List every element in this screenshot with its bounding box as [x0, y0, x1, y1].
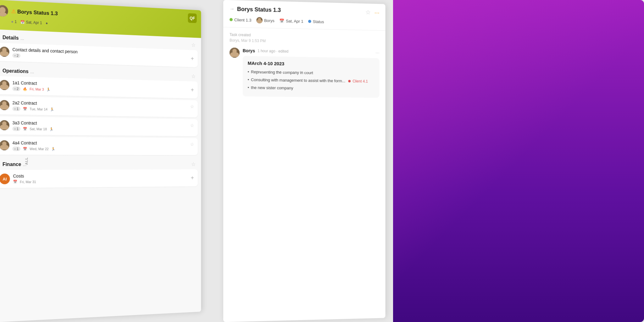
task-1a1-avatar: [0, 80, 9, 90]
client-label: Client 1.3: [234, 17, 252, 22]
task-2a2-content: 2a2 Contract 1 📅 Tue, Mar 14 🏃: [12, 100, 193, 114]
details-dots[interactable]: ...: [20, 36, 24, 41]
assignee-chip[interactable]: Borys: [256, 17, 274, 24]
detail-title: Borys Status 1.3: [237, 6, 281, 13]
client-dot: [230, 18, 233, 21]
finance-cal-icon: 📅: [13, 180, 17, 184]
activity-created-label: Task created: [230, 32, 380, 40]
warning-icon: ⚠: [11, 8, 16, 14]
comment-time: 1 hour ago · edited: [258, 49, 288, 54]
client-tag-dot: [348, 80, 351, 82]
all-button[interactable]: ALL: [25, 157, 28, 165]
detail-actions: ☆ ···: [365, 8, 379, 16]
task-3a3-avatar: [0, 120, 9, 130]
task-2a2-name: 2a2 Contract: [12, 100, 193, 108]
cal-icon-3: 📅: [23, 127, 27, 131]
scroll-area: ▼ Details ... ☆ Contact details and cont…: [0, 29, 201, 322]
bullet-text-1: Representing the company in court: [251, 69, 313, 76]
operations-arrow[interactable]: ▼: [0, 69, 1, 73]
task-1a1-date: Fri, Mar 3: [30, 87, 44, 91]
comment-author-row: Borys 1 hour ago · edited ···: [243, 48, 380, 56]
operations-title: Operations: [3, 68, 29, 74]
comment-bullet-1: • Representing the company in court: [248, 69, 375, 77]
contact-count: 2: [12, 53, 20, 58]
task-2a2-avatar: [0, 100, 9, 110]
task-3a3-date: Sat, Mar 18: [30, 127, 47, 131]
detail-header-top: → Borys Status 1.3 ☆ ···: [230, 5, 380, 16]
task-1a1-count: 2: [12, 86, 20, 91]
finance-costs-item[interactable]: AI Costs 📅 Fri, Mar 31 +: [0, 169, 198, 188]
comment-heading: MArch 4-10 2023: [248, 60, 375, 68]
meta-count: ● 1: [11, 19, 17, 24]
task-3a3-content: 3a3 Contract 1 📅 Sat, Mar 18 🏃: [12, 120, 193, 133]
fire-icon: 🔥: [23, 87, 27, 91]
task-4a4-count: 1: [12, 147, 20, 151]
task-4a4-meta: 1 📅 Wed, Mar 22 🏃: [12, 147, 193, 152]
task-4a4-date: Wed, Mar 22: [30, 147, 49, 151]
client-tag-text: Client 4.1: [353, 78, 368, 84]
decorative-panel: [393, 0, 644, 322]
meta-date: 📅 Sat, Apr 1: [20, 20, 42, 25]
task-3a3-count: 1: [12, 126, 20, 131]
task-list-panel: ⚠ Borys Status 1.3 ● 1 📅 Sat, Apr 1 ● QF: [0, 0, 201, 322]
date-label: Sat, Apr 1: [286, 19, 303, 24]
assignee-label: Borys: [264, 18, 275, 23]
date-chip[interactable]: 📅 Sat, Apr 1: [279, 18, 303, 24]
task-2a2-date: Tue, Mar 14: [30, 107, 47, 111]
cal-icon-2: 📅: [23, 107, 27, 111]
comment-author-name: Borys: [243, 48, 255, 53]
finance-arrow[interactable]: ▼: [0, 162, 1, 167]
detail-header: → Borys Status 1.3 ☆ ··· Client 1.3: [223, 0, 386, 31]
status-chip[interactable]: Status: [308, 19, 324, 24]
detail-title-row: → Borys Status 1.3: [230, 6, 281, 14]
bullet-text-3: the new sister company: [251, 85, 293, 92]
back-arrow-icon[interactable]: →: [230, 6, 235, 12]
date-cal-icon: 📅: [279, 18, 284, 23]
finance-section: ▼ Finance ... ☆ AI Costs 📅 Fri, Mar 31 +: [0, 157, 201, 188]
qf-badge[interactable]: QF: [188, 13, 197, 23]
finance-avatar: AI: [0, 174, 10, 184]
details-arrow[interactable]: ▼: [0, 35, 1, 40]
status-dot: [308, 20, 311, 23]
assignee-avatar: [256, 17, 263, 23]
client-chip[interactable]: Client 1.3: [230, 17, 251, 23]
comment-author-avatar: [230, 47, 240, 58]
comment-more-btn[interactable]: ···: [375, 50, 380, 56]
finance-header: ▼ Finance ... ☆: [0, 157, 201, 170]
finance-costs-meta: 📅 Fri, Mar 31: [13, 179, 193, 184]
detail-more-btn[interactable]: ···: [375, 9, 380, 16]
comment-content-box: MArch 4-10 2023 • Representing the compa…: [243, 56, 380, 98]
detail-content: Task created Borys, Mar 9 1:53 PM Borys …: [223, 27, 386, 322]
detail-star[interactable]: ☆: [365, 8, 371, 16]
cal-icon-4: 📅: [23, 147, 27, 151]
operations-star[interactable]: ☆: [191, 73, 196, 80]
task-4a4-avatar: [0, 140, 9, 150]
details-title: Details: [3, 35, 19, 41]
comment-block: Borys 1 hour ago · edited ··· MArch 4-10…: [230, 47, 380, 98]
finance-title: Finance: [3, 162, 21, 167]
finance-star[interactable]: ☆: [191, 161, 196, 168]
finance-costs-content: Costs 📅 Fri, Mar 31: [13, 173, 193, 184]
task-item-4a4[interactable]: 4a4 Contract 1 📅 Wed, Mar 22 🏃 ☆: [0, 136, 198, 155]
status-label: Status: [313, 19, 324, 24]
contact-avatar: [0, 47, 9, 57]
finance-costs-date: Fri, Mar 31: [20, 180, 36, 184]
task-3a3-name: 3a3 Contract: [12, 120, 193, 128]
header-title: ⚠ Borys Status 1.3: [11, 8, 58, 17]
header-avatar: [0, 5, 8, 17]
task-detail-panel: → Borys Status 1.3 ☆ ··· Client 1.3: [223, 0, 386, 322]
comment-body: Borys 1 hour ago · edited ··· MArch 4-10…: [243, 48, 380, 98]
operations-section: ▼ Operations ... ☆ 1a1 Contract: [0, 63, 201, 155]
task-4a4-content: 4a4 Contract 1 📅 Wed, Mar 22 🏃: [12, 140, 193, 152]
task-4a4-name: 4a4 Contract: [12, 140, 193, 146]
task-2a2-count: 1: [12, 107, 20, 111]
